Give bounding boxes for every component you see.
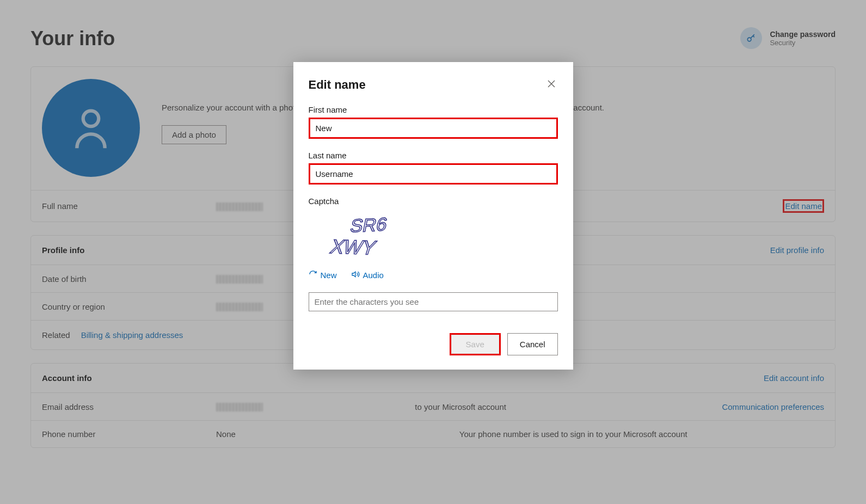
captcha-audio-text: Audio [363,271,384,280]
last-name-input[interactable] [309,163,558,185]
refresh-icon [309,270,317,280]
captcha-new-text: New [321,271,337,280]
svg-text:XWY: XWY [328,236,379,259]
save-button[interactable]: Save [451,335,499,354]
captcha-label: Captcha [309,196,558,206]
captcha-new-link[interactable]: New [309,270,337,280]
first-name-input[interactable] [309,118,558,139]
first-name-label: First name [309,105,558,114]
audio-icon [351,270,360,280]
captcha-image: SR6 XWY [309,209,439,263]
cancel-button[interactable]: Cancel [507,333,558,355]
close-icon[interactable] [545,77,558,92]
modal-title: Edit name [309,78,366,92]
edit-name-modal: Edit name First name Last name Captcha S… [293,62,573,370]
modal-overlay: Edit name First name Last name Captcha S… [0,0,866,504]
svg-text:SR6: SR6 [348,214,389,236]
last-name-label: Last name [309,151,558,160]
captcha-audio-link[interactable]: Audio [351,270,384,280]
captcha-input[interactable] [309,292,558,311]
